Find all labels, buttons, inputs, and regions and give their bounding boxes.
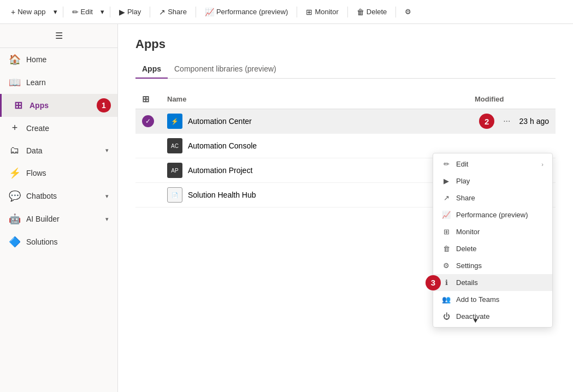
menu-item-share[interactable]: ↗ Share [433, 189, 552, 206]
modified-time: 23 h ago [519, 117, 550, 126]
step-badge-3: 3 [426, 275, 441, 290]
play-button[interactable]: ▶ Play [115, 5, 145, 19]
monitor-button[interactable]: ⊞ Monitor [302, 5, 342, 19]
toolbar: + New app ▾ ✏ Edit ▾ ▶ Play ↗ Share 📈 Pe… [0, 0, 573, 24]
new-app-dropdown[interactable]: ▾ [52, 5, 58, 18]
sidebar-item-create[interactable]: + Create [0, 117, 117, 139]
row-check[interactable] [135, 158, 161, 183]
plus-icon: + [11, 8, 15, 16]
row-check[interactable] [135, 183, 161, 207]
deactivate-icon: ⏻ [442, 312, 451, 320]
step-badge-1: 1 [97, 98, 111, 112]
menu-label: Delete [456, 245, 544, 253]
chatbots-icon: 💬 [9, 190, 21, 202]
chevron-down-icon2: ▾ [105, 193, 109, 200]
menu-item-deactivate[interactable]: ⏻ Deactivate [433, 308, 552, 325]
menu-label: Edit [456, 160, 536, 168]
delete-icon: 🗑 [442, 245, 451, 253]
app-icon: ⚡ [167, 114, 182, 129]
row-check[interactable] [135, 134, 161, 158]
settings-icon: ⚙ [442, 262, 451, 270]
row-name-cell: ⚡ Automation Center [161, 109, 468, 134]
edit-icon: ✏ [72, 8, 79, 16]
tab-apps[interactable]: Apps [135, 60, 168, 79]
chevron-down-icon: ▾ [105, 147, 109, 154]
delete-button[interactable]: 🗑 Delete [352, 5, 392, 19]
sidebar-item-flows[interactable]: ⚡ Flows [0, 162, 117, 185]
sidebar: ☰ 🏠 Home 📖 Learn ⊞ Apps 1 + Create 🗂 Dat… [0, 24, 118, 392]
app-icon: AC [167, 138, 182, 153]
col-header-name: Name [161, 90, 468, 109]
menu-label: Details [456, 278, 544, 287]
row-name-cell: AP Automation Project [161, 158, 468, 183]
separator7 [395, 7, 396, 17]
separator6 [347, 7, 348, 17]
row-name-cell: AC Automation Console [161, 134, 468, 158]
separator5 [297, 7, 297, 17]
app-name: Automation Project [188, 166, 252, 175]
edit-icon: ✏ [442, 160, 451, 168]
app-name: Automation Console [188, 141, 257, 150]
menu-item-details[interactable]: ℹ Details 3 [433, 274, 552, 291]
performance-icon: 📈 [205, 8, 214, 16]
sidebar-item-ai-builder[interactable]: 🤖 AI Builder ▾ [0, 207, 117, 230]
menu-label: Settings [456, 262, 544, 270]
menu-item-play[interactable]: ▶ Play [433, 173, 552, 189]
separator [63, 7, 63, 17]
menu-label: Deactivate [456, 312, 544, 320]
sidebar-item-home[interactable]: 🏠 Home [0, 48, 117, 71]
row-name-cell: 📄 Solution Health Hub [161, 183, 468, 207]
settings-button[interactable]: ⚙ [400, 5, 416, 18]
performance-icon: 📈 [442, 211, 451, 219]
app-icon: 📄 [167, 187, 182, 203]
more-options-button[interactable]: ··· [499, 114, 515, 128]
submenu-arrow-icon: › [541, 161, 544, 168]
solutions-icon: 🔷 [9, 236, 21, 248]
share-button[interactable]: ↗ Share [155, 5, 191, 19]
menu-label: Monitor [456, 228, 544, 236]
step-badge-2: 2 [479, 114, 494, 129]
new-app-button[interactable]: + New app [7, 5, 50, 19]
menu-item-delete[interactable]: 🗑 Delete [433, 240, 552, 257]
col-header-modified: Modified [468, 90, 556, 109]
separator3 [150, 7, 150, 17]
sidebar-item-apps[interactable]: ⊞ Apps 1 [0, 94, 117, 117]
apps-icon: ⊞ [12, 99, 24, 111]
monitor-icon: ⊞ [442, 228, 451, 236]
table-row[interactable]: ✓ ⚡ Automation Center 2 ··· 23 h ago [135, 109, 556, 134]
edit-button[interactable]: ✏ Edit [68, 5, 97, 19]
performance-button[interactable]: 📈 Performance (preview) [200, 5, 293, 19]
separator4 [196, 7, 196, 17]
row-check[interactable]: ✓ [135, 109, 161, 134]
menu-label: Add to Teams [456, 295, 544, 304]
tabs-bar: Apps Component libraries (preview) [135, 60, 556, 79]
create-icon: + [9, 122, 21, 134]
menu-item-settings[interactable]: ⚙ Settings [433, 257, 552, 274]
menu-item-edit[interactable]: ✏ Edit › [433, 156, 552, 173]
share-icon: ↗ [159, 8, 166, 16]
hamburger-icon[interactable]: ☰ [51, 26, 67, 45]
menu-item-monitor[interactable]: ⊞ Monitor [433, 223, 552, 240]
sidebar-header: ☰ [0, 24, 117, 48]
menu-item-add_to_teams[interactable]: 👥 Add to Teams [433, 291, 552, 308]
app-icon: AP [167, 163, 182, 178]
sidebar-item-data[interactable]: 🗂 Data ▾ [0, 139, 117, 162]
menu-item-performance[interactable]: 📈 Performance (preview) [433, 206, 552, 223]
row-modified-cell: 2 ··· 23 h ago [468, 109, 556, 134]
menu-label: Share [456, 194, 544, 202]
sidebar-item-chatbots[interactable]: 💬 Chatbots ▾ [0, 185, 117, 207]
context-menu: ✏ Edit ›▶ Play ↗ Share 📈 Performance (pr… [433, 153, 553, 328]
sidebar-item-learn[interactable]: 📖 Learn [0, 71, 117, 94]
details-icon: ℹ [442, 278, 451, 287]
data-icon: 🗂 [9, 145, 21, 156]
tab-component-libraries[interactable]: Component libraries (preview) [168, 60, 283, 79]
app-name: Automation Center [188, 117, 252, 126]
edit-dropdown[interactable]: ▾ [99, 5, 105, 18]
app-name: Solution Health Hub [188, 191, 256, 199]
monitor-icon: ⊞ [306, 8, 312, 16]
sidebar-item-solutions[interactable]: 🔷 Solutions [0, 230, 117, 253]
separator2 [110, 7, 110, 17]
page-title: Apps [135, 37, 556, 51]
delete-icon: 🗑 [357, 8, 364, 16]
home-icon: 🏠 [9, 54, 21, 66]
